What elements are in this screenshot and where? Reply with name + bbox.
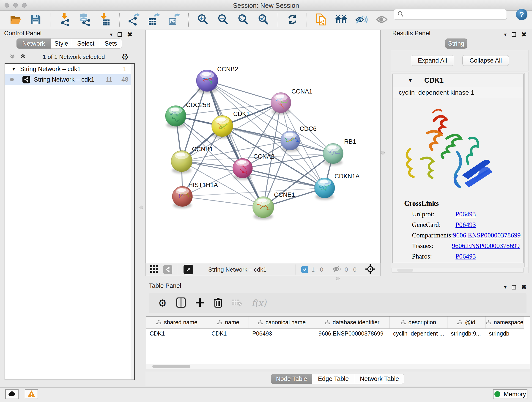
toolbar-search-field[interactable]	[394, 9, 507, 20]
collapse-all-icon[interactable]	[9, 53, 16, 61]
column-header[interactable]: canonical name	[249, 317, 315, 328]
network-graph[interactable]: CCNB2CCNA1CDC25BCDK1CDC6RB1CCNB1CCNA2CDK…	[146, 30, 380, 263]
show-columns-icon[interactable]	[177, 298, 186, 308]
export-network-button[interactable]	[127, 13, 140, 27]
expand-all-button[interactable]: Expand All	[411, 55, 454, 66]
network-node-CCNB1[interactable]	[171, 151, 192, 173]
network-node-HIST1H1A[interactable]	[172, 186, 192, 208]
left-splitter-handle[interactable]	[139, 206, 143, 209]
network-row[interactable]: String Network – cdk1 11 48	[5, 74, 134, 85]
crosshair-icon[interactable]	[365, 264, 375, 275]
table-settings-gear-icon[interactable]: ⚙	[158, 298, 167, 309]
hide-selected-button[interactable]	[355, 13, 368, 27]
cloud-status-button[interactable]	[5, 389, 19, 399]
network-node-CDKN1A[interactable]	[315, 178, 335, 200]
results-horizontal-scrollbar[interactable]	[392, 268, 524, 273]
birdseye-view-icon[interactable]	[184, 265, 193, 274]
network-node-CCNB2[interactable]	[196, 70, 218, 93]
zoom-out-button[interactable]	[217, 13, 230, 27]
zoom-in-icon	[197, 14, 209, 26]
grid-view-icon[interactable]	[150, 265, 158, 274]
export-image-button[interactable]	[168, 13, 181, 27]
crosslink-link[interactable]: P06493	[456, 211, 476, 218]
results-panel-close-icon[interactable]: ✖	[521, 31, 526, 38]
crosslink-link[interactable]: P06493	[456, 253, 476, 260]
network-edge[interactable]	[182, 196, 263, 207]
network-canvas[interactable]: CCNB2CCNA1CDC25BCDK1CDC6RB1CCNB1CCNA2CDK…	[146, 30, 380, 263]
protein-caret-icon[interactable]: ▼	[408, 77, 413, 83]
zoom-selected-button[interactable]	[257, 13, 270, 27]
zoom-in-button[interactable]	[196, 13, 209, 27]
export-table-button[interactable]	[147, 13, 160, 27]
results-panel-menu-icon[interactable]: ▾	[504, 32, 507, 38]
network-node-RB1[interactable]	[323, 143, 343, 166]
bottom-splitter-handle[interactable]	[336, 277, 340, 280]
tab-edge-table[interactable]: Edge Table	[312, 374, 355, 384]
tab-node-table[interactable]: Node Table	[271, 374, 312, 384]
control-panel-close-icon[interactable]: ✖	[127, 31, 133, 38]
save-session-button[interactable]	[29, 13, 42, 27]
column-header[interactable]: @id	[447, 317, 485, 328]
duplicate-network-button[interactable]	[315, 13, 328, 27]
column-header[interactable]: name	[208, 317, 249, 328]
network-collection-row[interactable]: ▼ String Network – cdk1 1	[5, 64, 134, 74]
help-button[interactable]: ?	[516, 9, 527, 20]
results-panel-float-icon[interactable]	[512, 32, 516, 37]
network-node-CDC25B[interactable]	[165, 106, 186, 128]
duplicate-network-icon	[316, 13, 326, 27]
column-header[interactable]: namespace	[485, 317, 524, 328]
table-panel: Table Panel ▾ ✖ ⚙ f(x) shared name name	[146, 282, 530, 387]
network-options-gear-icon[interactable]: ⚙	[121, 52, 129, 62]
network-share-view-icon[interactable]	[163, 265, 172, 274]
table-horizontal-scrollbar[interactable]	[146, 364, 530, 369]
show-all-button[interactable]	[375, 13, 388, 27]
tab-sets[interactable]: Sets	[100, 38, 122, 49]
collapse-all-button[interactable]: Collapse All	[462, 55, 509, 66]
network-node-CCNE1[interactable]	[253, 197, 274, 220]
table-panel-float-icon[interactable]	[512, 285, 516, 289]
crosslink-link[interactable]: P06493	[456, 221, 476, 229]
network-node-CCNA1[interactable]	[271, 93, 291, 115]
column-type-icon	[486, 320, 491, 325]
warnings-button[interactable]	[25, 389, 38, 399]
zoom-fit-button[interactable]	[237, 13, 250, 27]
refresh-button[interactable]	[286, 13, 299, 27]
network-tree-scrollbar[interactable]	[131, 64, 134, 380]
crosslink-link[interactable]: 9606.ENSP00000378699	[453, 231, 521, 239]
right-splitter-handle[interactable]	[381, 151, 385, 154]
add-column-icon[interactable]	[195, 298, 204, 308]
open-session-button[interactable]	[9, 13, 22, 27]
network-edge[interactable]	[207, 81, 281, 103]
tab-string[interactable]: String	[445, 38, 467, 49]
collection-caret-icon[interactable]: ▼	[12, 66, 16, 72]
import-network-file-button[interactable]	[58, 13, 71, 27]
column-header[interactable]: shared name	[146, 317, 208, 328]
network-node-CCNA2[interactable]	[233, 158, 253, 180]
network-node-CDK1[interactable]	[212, 115, 233, 138]
control-panel-menu-icon[interactable]: ▾	[110, 32, 113, 38]
zoom-fit-icon	[238, 14, 249, 26]
table-panel-close-icon[interactable]: ✖	[521, 283, 526, 291]
houses-overview-button[interactable]	[335, 13, 348, 27]
control-panel-float-icon[interactable]	[118, 32, 122, 37]
crosslink-link[interactable]: 9606.ENSP00000378699	[452, 242, 520, 249]
memory-button[interactable]: Memory	[493, 389, 527, 399]
protein-card-header[interactable]: ▼ CDK1	[393, 74, 523, 87]
import-network-database-button[interactable]	[78, 13, 91, 27]
tab-network[interactable]: Network	[17, 38, 51, 49]
column-header[interactable]: database identifier	[315, 317, 389, 328]
column-header[interactable]: description	[389, 317, 447, 328]
expand-all-icon[interactable]	[20, 53, 26, 61]
tab-style[interactable]: Style	[51, 38, 72, 49]
tab-select[interactable]: Select	[72, 38, 100, 49]
network-node-CDC6[interactable]	[281, 131, 300, 152]
import-table-file-button[interactable]	[99, 13, 111, 27]
network-row-label: String Network – cdk1	[34, 76, 94, 83]
results-vertical-scrollbar[interactable]	[525, 73, 528, 267]
search-input[interactable]	[406, 11, 504, 18]
table-row[interactable]: CDK1 CDK1 P06493 9606.ENSP00000378699 cy…	[146, 328, 524, 338]
delete-column-trash-icon[interactable]	[214, 298, 222, 308]
tab-network-table[interactable]: Network Table	[355, 374, 404, 384]
selected-checkbox-icon[interactable]	[301, 266, 308, 273]
table-panel-menu-icon[interactable]: ▾	[504, 284, 507, 290]
